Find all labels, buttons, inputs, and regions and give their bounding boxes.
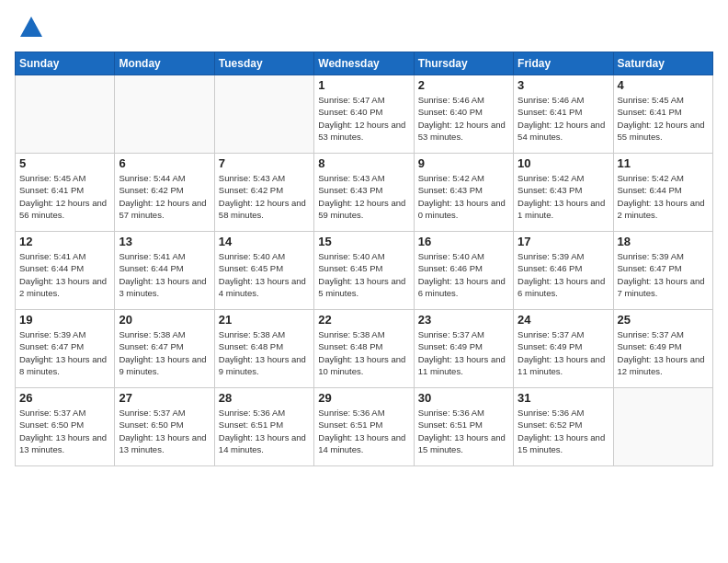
day-number: 11 [618,156,709,170]
calendar-cell: 19Sunrise: 5:39 AM Sunset: 6:47 PM Dayli… [16,310,115,388]
day-info: Sunrise: 5:40 AM Sunset: 6:46 PM Dayligh… [418,250,509,299]
day-number: 20 [119,313,210,327]
calendar-cell: 25Sunrise: 5:37 AM Sunset: 6:49 PM Dayli… [613,310,712,388]
calendar-cell: 15Sunrise: 5:40 AM Sunset: 6:45 PM Dayli… [314,232,414,310]
day-info: Sunrise: 5:37 AM Sunset: 6:49 PM Dayligh… [418,328,509,377]
logo [15,15,44,40]
day-number: 24 [518,313,609,327]
calendar-cell: 9Sunrise: 5:42 AM Sunset: 6:43 PM Daylig… [414,154,513,232]
day-number: 18 [618,235,709,248]
day-info: Sunrise: 5:45 AM Sunset: 6:41 PM Dayligh… [19,172,110,221]
day-info: Sunrise: 5:36 AM Sunset: 6:52 PM Dayligh… [518,407,609,455]
day-info: Sunrise: 5:36 AM Sunset: 6:51 PM Dayligh… [318,407,409,455]
day-info: Sunrise: 5:40 AM Sunset: 6:45 PM Dayligh… [318,250,409,299]
day-number: 16 [418,235,509,248]
day-number: 10 [518,156,609,170]
day-info: Sunrise: 5:46 AM Sunset: 6:40 PM Dayligh… [418,94,509,143]
header-wednesday: Wednesday [314,52,414,75]
day-number: 3 [518,78,609,92]
day-info: Sunrise: 5:44 AM Sunset: 6:42 PM Dayligh… [119,172,210,221]
calendar-cell: 6Sunrise: 5:44 AM Sunset: 6:42 PM Daylig… [115,154,214,232]
calendar-cell: 27Sunrise: 5:37 AM Sunset: 6:50 PM Dayli… [115,388,214,466]
calendar-cell: 13Sunrise: 5:41 AM Sunset: 6:44 PM Dayli… [115,232,214,310]
week-row-4: 26Sunrise: 5:37 AM Sunset: 6:50 PM Dayli… [16,388,713,466]
calendar-cell: 16Sunrise: 5:40 AM Sunset: 6:46 PM Dayli… [414,232,513,310]
day-info: Sunrise: 5:38 AM Sunset: 6:48 PM Dayligh… [219,328,310,377]
calendar-body: 1Sunrise: 5:47 AM Sunset: 6:40 PM Daylig… [16,75,713,466]
day-info: Sunrise: 5:37 AM Sunset: 6:49 PM Dayligh… [618,328,709,377]
day-info: Sunrise: 5:38 AM Sunset: 6:47 PM Dayligh… [119,328,210,377]
calendar-cell: 24Sunrise: 5:37 AM Sunset: 6:49 PM Dayli… [514,310,613,388]
day-number: 6 [119,156,210,170]
day-number: 26 [19,391,110,405]
day-number: 9 [418,156,509,170]
day-info: Sunrise: 5:37 AM Sunset: 6:50 PM Dayligh… [119,407,210,455]
calendar-cell: 10Sunrise: 5:42 AM Sunset: 6:43 PM Dayli… [514,154,613,232]
day-info: Sunrise: 5:40 AM Sunset: 6:45 PM Dayligh… [219,250,310,299]
day-number: 31 [518,391,609,405]
calendar-cell: 12Sunrise: 5:41 AM Sunset: 6:44 PM Dayli… [16,232,115,310]
day-number: 14 [219,235,310,248]
header-tuesday: Tuesday [214,52,313,75]
header-sunday: Sunday [16,52,115,75]
day-info: Sunrise: 5:38 AM Sunset: 6:48 PM Dayligh… [318,328,409,377]
header-friday: Friday [514,52,613,75]
day-info: Sunrise: 5:37 AM Sunset: 6:50 PM Dayligh… [19,407,110,455]
calendar-cell [214,75,313,154]
calendar-cell: 4Sunrise: 5:45 AM Sunset: 6:41 PM Daylig… [613,75,712,154]
day-number: 5 [19,156,110,170]
day-info: Sunrise: 5:36 AM Sunset: 6:51 PM Dayligh… [418,407,509,455]
calendar-cell: 23Sunrise: 5:37 AM Sunset: 6:49 PM Dayli… [414,310,513,388]
header-thursday: Thursday [414,52,513,75]
day-number: 21 [219,313,310,327]
calendar-cell: 17Sunrise: 5:39 AM Sunset: 6:46 PM Dayli… [514,232,613,310]
calendar-cell: 1Sunrise: 5:47 AM Sunset: 6:40 PM Daylig… [314,75,414,154]
day-info: Sunrise: 5:41 AM Sunset: 6:44 PM Dayligh… [119,250,210,299]
svg-marker-0 [20,17,42,37]
calendar-cell [613,388,712,466]
header-saturday: Saturday [613,52,712,75]
calendar-cell: 22Sunrise: 5:38 AM Sunset: 6:48 PM Dayli… [314,310,414,388]
calendar-cell: 28Sunrise: 5:36 AM Sunset: 6:51 PM Dayli… [214,388,313,466]
day-number: 15 [318,235,409,248]
day-number: 2 [418,78,509,92]
day-info: Sunrise: 5:47 AM Sunset: 6:40 PM Dayligh… [318,94,409,143]
calendar-cell: 11Sunrise: 5:42 AM Sunset: 6:44 PM Dayli… [613,154,712,232]
day-info: Sunrise: 5:39 AM Sunset: 6:47 PM Dayligh… [618,250,709,299]
day-info: Sunrise: 5:39 AM Sunset: 6:46 PM Dayligh… [518,250,609,299]
day-info: Sunrise: 5:37 AM Sunset: 6:49 PM Dayligh… [518,328,609,377]
day-number: 28 [219,391,310,405]
day-number: 4 [618,78,709,92]
header-row: SundayMondayTuesdayWednesdayThursdayFrid… [16,52,713,75]
calendar-cell: 14Sunrise: 5:40 AM Sunset: 6:45 PM Dayli… [214,232,313,310]
week-row-1: 5Sunrise: 5:45 AM Sunset: 6:41 PM Daylig… [16,154,713,232]
day-info: Sunrise: 5:45 AM Sunset: 6:41 PM Dayligh… [618,94,709,143]
day-number: 7 [219,156,310,170]
calendar-cell: 18Sunrise: 5:39 AM Sunset: 6:47 PM Dayli… [613,232,712,310]
day-number: 23 [418,313,509,327]
day-number: 25 [618,313,709,327]
day-number: 12 [19,235,110,248]
day-number: 27 [119,391,210,405]
calendar-cell: 8Sunrise: 5:43 AM Sunset: 6:43 PM Daylig… [314,154,414,232]
day-info: Sunrise: 5:39 AM Sunset: 6:47 PM Dayligh… [19,328,110,377]
day-number: 8 [318,156,409,170]
header-monday: Monday [115,52,214,75]
day-info: Sunrise: 5:43 AM Sunset: 6:42 PM Dayligh… [219,172,310,221]
week-row-3: 19Sunrise: 5:39 AM Sunset: 6:47 PM Dayli… [16,310,713,388]
day-number: 22 [318,313,409,327]
calendar-cell: 30Sunrise: 5:36 AM Sunset: 6:51 PM Dayli… [414,388,513,466]
day-number: 19 [19,313,110,327]
day-info: Sunrise: 5:43 AM Sunset: 6:43 PM Dayligh… [318,172,409,221]
calendar-cell: 20Sunrise: 5:38 AM Sunset: 6:47 PM Dayli… [115,310,214,388]
calendar-cell [16,75,115,154]
day-info: Sunrise: 5:36 AM Sunset: 6:51 PM Dayligh… [219,407,310,455]
calendar-cell: 3Sunrise: 5:46 AM Sunset: 6:41 PM Daylig… [514,75,613,154]
calendar-cell: 21Sunrise: 5:38 AM Sunset: 6:48 PM Dayli… [214,310,313,388]
day-info: Sunrise: 5:42 AM Sunset: 6:44 PM Dayligh… [618,172,709,221]
day-info: Sunrise: 5:42 AM Sunset: 6:43 PM Dayligh… [418,172,509,221]
calendar-cell: 26Sunrise: 5:37 AM Sunset: 6:50 PM Dayli… [16,388,115,466]
week-row-0: 1Sunrise: 5:47 AM Sunset: 6:40 PM Daylig… [16,75,713,154]
day-number: 17 [518,235,609,248]
calendar-cell: 29Sunrise: 5:36 AM Sunset: 6:51 PM Dayli… [314,388,414,466]
